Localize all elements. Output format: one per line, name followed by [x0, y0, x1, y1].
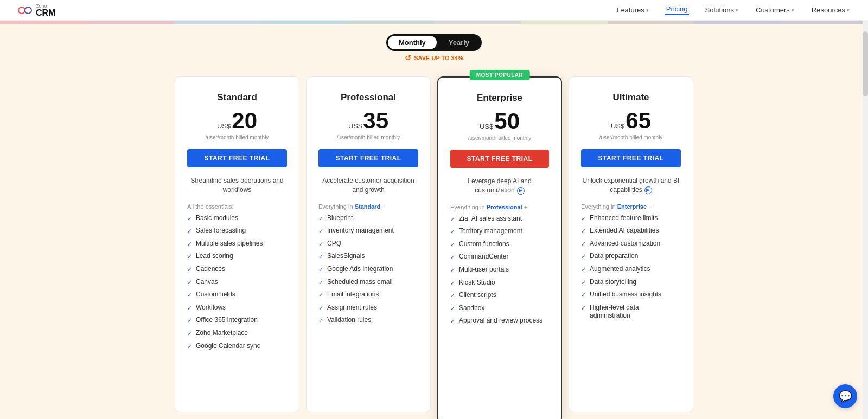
- feature-item: ✓ Lead scoring: [187, 252, 287, 261]
- check-icon: ✓: [450, 279, 455, 287]
- feature-list: ✓ Zia, AI sales assistant ✓ Territory ma…: [450, 215, 549, 325]
- check-icon: ✓: [450, 317, 455, 325]
- feature-item: ✓ Custom functions: [450, 240, 549, 249]
- feature-item: ✓ Google Ads integration: [318, 265, 418, 274]
- feature-text: Client scripts: [459, 291, 496, 300]
- scrollbar[interactable]: [863, 21, 868, 419]
- feature-text: Multiple sales pipelines: [196, 240, 263, 248]
- color-band-segment: [434, 21, 521, 24]
- feature-text: Multi-user portals: [459, 266, 509, 274]
- save-text: SAVE UP TO 34%: [414, 55, 463, 61]
- start-trial-button-ultimate[interactable]: START FREE TRIAL: [581, 149, 681, 167]
- features-label: Everything in Standard +: [318, 203, 418, 210]
- start-trial-button-professional[interactable]: START FREE TRIAL: [318, 149, 418, 167]
- feature-item: ✓ Enhanced feature limits: [581, 214, 681, 223]
- save-badge: ↺ SAVE UP TO 34%: [405, 54, 463, 62]
- feature-item: ✓ Custom fields: [187, 291, 287, 299]
- feature-item: ✓ CPQ: [318, 240, 418, 248]
- feature-text: Extended AI capabilities: [590, 227, 659, 235]
- feature-item: ✓ Kiosk Studio: [450, 279, 549, 287]
- feature-item: ✓ Inventory management: [318, 227, 418, 235]
- feature-text: Custom fields: [196, 291, 235, 299]
- feature-text: Data preparation: [590, 252, 638, 261]
- price-currency: US$: [480, 123, 493, 131]
- feature-item: ✓ Higher-level data administration: [581, 304, 681, 320]
- chat-bubble[interactable]: 💬: [833, 384, 857, 408]
- feature-item: ✓ Zia, AI sales assistant: [450, 215, 549, 223]
- plan-card-professional: Professional US$ 35 /user/month billed m…: [306, 76, 431, 412]
- price-amount: 50: [494, 110, 520, 133]
- zoho-logo-icon: [17, 3, 33, 18]
- feature-item: ✓ SalesSignals: [318, 252, 418, 261]
- price-period: /user/month billed monthly: [581, 134, 681, 140]
- feature-text: Google Calendar sync: [196, 342, 260, 351]
- info-icon[interactable]: ▶: [644, 186, 652, 194]
- feature-item: ✓ Unified business insights: [581, 291, 681, 299]
- price-amount: 20: [232, 109, 257, 132]
- feature-item: ✓ Workflows: [187, 304, 287, 312]
- nav-resources[interactable]: Resources ▾: [810, 6, 851, 14]
- price-amount: 65: [626, 109, 651, 132]
- nav-features[interactable]: Features ▾: [615, 6, 649, 14]
- nav-solutions[interactable]: Solutions ▾: [704, 6, 739, 14]
- price-period: /user/month billed monthly: [318, 134, 418, 140]
- nav-pricing[interactable]: Pricing: [665, 5, 689, 15]
- check-icon: ✓: [187, 266, 192, 273]
- check-icon: ✓: [581, 279, 586, 286]
- feature-text: Sandbox: [459, 304, 484, 313]
- feature-text: Google Ads integration: [327, 265, 393, 274]
- feature-list: ✓ Basic modules ✓ Sales forecasting ✓ Mu…: [187, 214, 287, 351]
- features-label: Everything in Professional +: [450, 204, 549, 210]
- check-icon: ✓: [318, 291, 323, 299]
- arrow-icon: ↺: [405, 54, 411, 62]
- check-icon: ✓: [187, 253, 192, 260]
- feature-text: Inventory management: [327, 227, 394, 235]
- check-icon: ✓: [581, 227, 586, 235]
- check-icon: ✓: [187, 330, 192, 337]
- feature-list: ✓ Blueprint ✓ Inventory management ✓ CPQ…: [318, 214, 418, 325]
- feature-text: Data storytelling: [590, 278, 636, 287]
- check-icon: ✓: [450, 241, 455, 248]
- feature-text: Scheduled mass email: [327, 278, 393, 287]
- check-icon: ✓: [450, 228, 455, 235]
- info-icon[interactable]: ▶: [517, 187, 525, 195]
- feature-text: Canvas: [196, 278, 218, 287]
- feature-text: Kiosk Studio: [459, 279, 495, 287]
- yearly-toggle[interactable]: Yearly: [438, 36, 480, 49]
- billing-toggle: Monthly Yearly: [386, 34, 482, 51]
- color-band-segment: [87, 21, 174, 24]
- check-icon: ✓: [581, 215, 586, 222]
- color-band: [0, 21, 868, 24]
- check-icon: ✓: [318, 215, 323, 222]
- feature-text: Basic modules: [196, 214, 238, 223]
- nav-customers[interactable]: Customers ▾: [755, 6, 795, 14]
- monthly-toggle[interactable]: Monthly: [388, 36, 437, 49]
- check-icon: ✓: [318, 253, 323, 260]
- feature-text: Validation rules: [327, 316, 371, 325]
- plan-card-ultimate: Ultimate US$ 65 /user/month billed month…: [569, 76, 693, 412]
- plan-price: US$ 50: [450, 110, 549, 133]
- check-icon: ✓: [318, 240, 323, 248]
- plan-name: Standard: [187, 92, 287, 103]
- feature-item: ✓ Territory management: [450, 227, 549, 236]
- svg-point-0: [18, 7, 25, 14]
- start-trial-button-standard[interactable]: START FREE TRIAL: [187, 149, 287, 167]
- chevron-down-icon: ▾: [646, 8, 649, 13]
- color-band-segment: [0, 21, 87, 24]
- feature-item: ✓ Canvas: [187, 278, 287, 287]
- scrollbar-thumb[interactable]: [863, 31, 868, 96]
- feature-item: ✓ Approval and review process: [450, 317, 549, 325]
- feature-text: Custom functions: [459, 240, 509, 249]
- start-trial-button-enterprise[interactable]: START FREE TRIAL: [450, 150, 549, 168]
- chevron-down-icon: ▾: [736, 8, 738, 13]
- color-band-segment: [347, 21, 434, 24]
- check-icon: ✓: [187, 317, 192, 324]
- check-icon: ✓: [581, 266, 586, 273]
- feature-text: CPQ: [327, 240, 341, 248]
- feature-item: ✓ Augmented analytics: [581, 265, 681, 274]
- plan-name: Ultimate: [581, 92, 681, 103]
- color-band-segment: [694, 21, 781, 24]
- feature-item: ✓ Extended AI capabilities: [581, 227, 681, 235]
- check-icon: ✓: [318, 227, 323, 235]
- feature-item: ✓ Data preparation: [581, 252, 681, 261]
